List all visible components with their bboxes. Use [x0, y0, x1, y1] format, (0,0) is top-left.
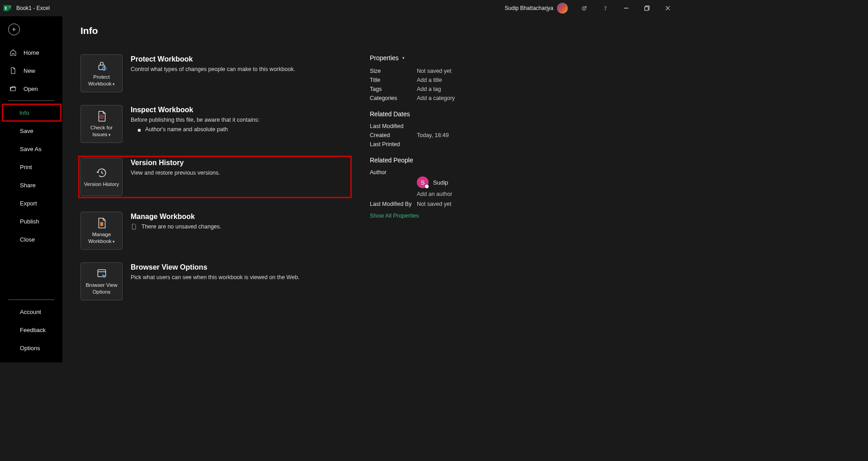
chevron-down-icon: ▾	[108, 133, 111, 138]
document-small-icon	[131, 223, 137, 230]
related-people-header: Related People	[370, 157, 505, 164]
nav-divider-bottom	[8, 299, 54, 300]
author-name: Sudip	[433, 179, 448, 186]
manage-title: Manage Workbook	[131, 213, 222, 221]
properties-header[interactable]: Properties ▾	[370, 54, 505, 62]
prop-tags-value[interactable]: Add a tag	[417, 86, 441, 92]
emoji-reactions-button[interactable]	[574, 1, 595, 15]
nav-save-label: Save	[20, 128, 33, 134]
help-button[interactable]	[595, 1, 616, 15]
nav-close[interactable]: Close	[0, 230, 62, 248]
svg-rect-10	[645, 7, 648, 10]
prop-lastmod-label: Last Modified	[370, 123, 417, 129]
nav-saveas-label: Save As	[20, 146, 42, 152]
nav-saveas[interactable]: Save As	[0, 140, 62, 158]
svg-point-5	[583, 8, 584, 8]
excel-app-icon	[3, 4, 12, 13]
protect-workbook-button[interactable]: Protect Workbook▾	[80, 54, 123, 92]
browser-icon	[96, 267, 108, 280]
prop-author-label: Author	[370, 169, 417, 176]
nav-new[interactable]: New	[0, 62, 62, 80]
nav-feedback[interactable]: Feedback	[0, 321, 62, 339]
minimize-button[interactable]	[616, 1, 637, 15]
protect-btn-label: Protect Workbook	[88, 74, 112, 86]
inspect-bullet-text: Author's name and absolute path	[145, 126, 228, 133]
svg-point-4	[582, 7, 586, 10]
folder-open-icon	[9, 85, 17, 92]
manage-icon	[96, 217, 108, 229]
nav-divider	[8, 100, 54, 101]
nav-open[interactable]: Open	[0, 80, 62, 98]
prop-lmb-value: Not saved yet	[417, 201, 451, 207]
protect-desc: Control what types of changes people can…	[131, 65, 295, 74]
maximize-button[interactable]	[637, 1, 657, 15]
inspect-workbook-section: Check for Issues▾ Inspect Workbook Befor…	[80, 105, 352, 143]
main-content: Info Protect Workbook▾ Protect Workbook …	[62, 16, 681, 362]
version-history-section: Version History Version History View and…	[80, 158, 349, 196]
nav-info-label: Info	[19, 109, 29, 116]
nav-home[interactable]: Home	[0, 43, 62, 62]
prop-cat-label: Categories	[370, 95, 417, 101]
prop-lastprint-label: Last Printed	[370, 141, 417, 147]
chevron-down-icon: ▾	[113, 239, 115, 245]
back-button[interactable]	[8, 24, 20, 35]
titlebar: Book1 - Excel Sudip Bhattacharjya	[0, 0, 681, 16]
home-icon	[9, 49, 17, 56]
inspect-bullet: Author's name and absolute path	[138, 126, 259, 133]
add-author-link[interactable]: Add an author	[417, 191, 505, 197]
author-avatar: S	[417, 176, 429, 188]
nav-export[interactable]: Export	[0, 194, 62, 212]
inspect-desc: Before publishing this file, be aware th…	[131, 116, 259, 124]
history-icon	[96, 166, 108, 179]
nav-open-label: Open	[24, 86, 38, 92]
prop-lmb-label: Last Modified By	[370, 201, 417, 207]
nav-print-label: Print	[20, 164, 32, 171]
related-dates-header: Related Dates	[370, 110, 505, 118]
browser-desc: Pick what users can see when this workbo…	[131, 273, 300, 282]
version-btn-label: Version History	[84, 181, 119, 187]
document-icon	[9, 67, 17, 74]
properties-header-label: Properties	[370, 54, 399, 62]
chevron-down-icon: ▾	[402, 56, 405, 60]
manage-workbook-section: Manage Workbook▾ Manage Workbook There a…	[80, 212, 352, 250]
nav-print[interactable]: Print	[0, 158, 62, 176]
prop-title-value[interactable]: Add a title	[417, 77, 442, 83]
close-button[interactable]	[657, 1, 678, 15]
version-desc: View and restore previous versions.	[131, 169, 220, 177]
nav-save[interactable]: Save	[0, 122, 62, 140]
nav-share[interactable]: Share	[0, 176, 62, 194]
nav-publish-label: Publish	[20, 218, 39, 225]
author-entry[interactable]: S Sudip	[417, 176, 505, 188]
chevron-down-icon: ▾	[113, 82, 115, 87]
nav-publish[interactable]: Publish	[0, 212, 62, 230]
protect-workbook-section: Protect Workbook▾ Protect Workbook Contr…	[80, 54, 352, 92]
nav-share-label: Share	[20, 182, 36, 189]
nav-info[interactable]: Info	[2, 104, 61, 122]
check-for-issues-button[interactable]: Check for Issues▾	[80, 105, 123, 143]
inspect-icon	[96, 110, 108, 123]
user-name-label[interactable]: Sudip Bhattacharjya	[505, 5, 553, 11]
lock-icon	[96, 59, 108, 72]
version-history-button[interactable]: Version History	[80, 158, 123, 196]
browser-view-section: Browser View Options Browser View Option…	[80, 262, 352, 300]
nav-account-label: Account	[20, 309, 41, 315]
svg-point-7	[605, 10, 605, 10]
nav-account[interactable]: Account	[0, 303, 62, 321]
browser-title: Browser View Options	[131, 263, 300, 271]
nav-options[interactable]: Options	[0, 339, 62, 357]
user-avatar[interactable]	[557, 3, 568, 14]
manage-workbook-button[interactable]: Manage Workbook▾	[80, 212, 123, 250]
show-all-properties-link[interactable]: Show All Properties	[370, 213, 505, 219]
window-title: Book1 - Excel	[16, 5, 50, 11]
nav-export-label: Export	[20, 200, 37, 207]
manage-btn-label: Manage Workbook	[88, 232, 112, 244]
svg-rect-1	[9, 5, 11, 7]
backstage-sidebar: Home New Open Info Save Save As Print Sh…	[0, 16, 62, 362]
version-history-highlighted: Version History Version History View and…	[78, 156, 352, 198]
browser-view-button[interactable]: Browser View Options	[80, 262, 123, 300]
prop-cat-value[interactable]: Add a category	[417, 95, 455, 101]
svg-point-6	[585, 8, 585, 8]
version-title: Version History	[131, 159, 220, 167]
svg-rect-16	[100, 222, 103, 226]
bullet-icon	[138, 129, 141, 132]
